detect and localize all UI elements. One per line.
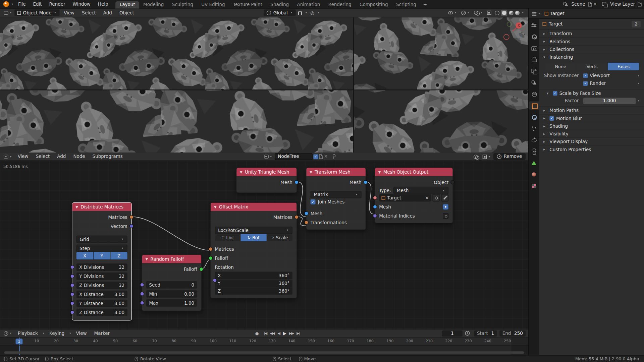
new-scene-button[interactable] [588, 2, 592, 6]
viewport-menu-add[interactable]: Add [100, 8, 115, 17]
axis-x-toggle[interactable]: X [76, 252, 93, 259]
timeline-editor-type-dropdown[interactable] [2, 330, 13, 336]
node-menu-add[interactable]: Add [54, 152, 69, 161]
socket-y-divisions[interactable] [70, 274, 74, 278]
node-offset-matrix[interactable]: Offset Matrix Matrices Loc/Rot/Scale Loc… [210, 202, 297, 299]
node-header[interactable]: Transform Mesh [306, 168, 365, 176]
jump-to-start-button[interactable]: |◀ [264, 331, 267, 335]
scale-by-face-checkbox[interactable] [553, 91, 557, 95]
menu-render[interactable]: Render [46, 0, 69, 8]
transform-orientation-dropdown[interactable]: Global [264, 9, 296, 16]
workspace-tab-modeling[interactable]: Modeling [139, 1, 168, 8]
remove-button[interactable]: Remove [493, 153, 526, 160]
start-frame-field[interactable]: Start1 [474, 330, 497, 336]
socket-transformations-input[interactable] [304, 221, 308, 225]
node-menu-subprograms[interactable]: Subprograms [89, 152, 126, 161]
axis-z-toggle[interactable]: Z [111, 252, 127, 259]
animate-dot-icon[interactable] [638, 83, 639, 84]
fake-user-checkbox[interactable] [313, 154, 318, 159]
gizmos-dropdown[interactable] [460, 9, 472, 16]
socket-x-distance[interactable] [70, 292, 74, 296]
auto-keyframe-toggle[interactable]: ● [255, 331, 258, 336]
parent-node-tree-button[interactable] [472, 153, 480, 160]
socket-matrices-input[interactable] [209, 247, 213, 251]
tab-object[interactable] [529, 101, 539, 109]
outliner-item-target[interactable]: Target [545, 11, 565, 16]
snap-toggle[interactable] [297, 9, 304, 16]
socket-mesh-input[interactable] [304, 212, 308, 216]
socket-falloff-input[interactable] [209, 256, 213, 260]
node-mesh-object-output[interactable]: Mesh Object Output Object Type:Mesh Targ… [375, 168, 453, 224]
workspace-tab-compositing[interactable]: Compositing [356, 1, 392, 8]
tab-particles[interactable] [529, 124, 539, 132]
shading-solid-button[interactable] [501, 10, 507, 16]
collapse-icon[interactable] [214, 205, 217, 209]
collapse-icon[interactable] [145, 257, 148, 261]
timeline-scrollbar[interactable] [4, 351, 524, 354]
pin-icon[interactable] [332, 154, 335, 159]
tab-scene[interactable] [529, 78, 539, 86]
mode-dropdown[interactable]: Object Mode [14, 9, 60, 16]
node-random-falloff[interactable]: Random Falloff Falloff Seed0 Min0.00 Max… [142, 254, 202, 311]
node-menu-view[interactable]: View [14, 152, 32, 161]
workspace-tab-scripting[interactable]: Scripting [392, 1, 420, 8]
next-keyframe-button[interactable]: ▶▶ [289, 331, 294, 335]
tab-output[interactable] [529, 55, 539, 63]
socket-mesh-input[interactable] [373, 205, 377, 209]
offset-mode-dropdown[interactable]: Loc/Rot/Scale [215, 227, 292, 234]
viewport-3d-scene[interactable] [0, 17, 528, 153]
properties-editor-type-dropdown[interactable] [529, 21, 539, 29]
type-dropdown[interactable]: Mesh [393, 187, 448, 194]
viewport-menu-view[interactable]: View [60, 8, 78, 17]
node-header[interactable]: Unity Triangle Mesh [236, 168, 297, 176]
panel-instancing[interactable]: Instancing [539, 53, 644, 61]
collapse-icon[interactable] [75, 205, 78, 209]
outliner-editor-type-dropdown[interactable] [531, 11, 542, 16]
node-unity-triangle-mesh[interactable]: Unity Triangle Mesh Mesh [236, 168, 297, 193]
socket-min[interactable] [140, 292, 144, 296]
users-count-badge[interactable]: 2 [632, 21, 641, 27]
distribution-mode-dropdown[interactable]: Grid [76, 236, 127, 243]
workspace-tab-texture-paint[interactable]: Texture Paint [229, 1, 266, 8]
end-frame-field[interactable]: End250 [499, 330, 526, 336]
socket-mesh-output[interactable] [294, 180, 299, 184]
timeline-track-area[interactable] [0, 346, 528, 355]
overlays-dropdown[interactable] [472, 9, 485, 16]
tab-modifiers[interactable] [529, 113, 539, 121]
collapse-icon[interactable] [240, 170, 243, 174]
scale-button[interactable]: Scale [267, 234, 292, 241]
axis-y-toggle[interactable]: Y [94, 252, 110, 259]
panel-motion-paths[interactable]: Motion Paths [539, 106, 644, 114]
node-header[interactable]: Random Falloff [142, 255, 201, 263]
unlink-node-tree-button[interactable] [323, 154, 328, 159]
workspace-tab-shading[interactable]: Shading [266, 1, 293, 8]
socket-rotation-vector[interactable] [213, 278, 217, 282]
play-button[interactable]: ▶ [283, 330, 286, 336]
workspace-tab-layout[interactable]: Layout [116, 1, 139, 8]
node-menu-node[interactable]: Node [70, 152, 89, 161]
material-indices-toggle[interactable] [443, 213, 448, 219]
mesh-socket-toggle[interactable] [443, 204, 448, 210]
panel-collections[interactable]: Collections [539, 45, 644, 53]
workspace-tab-animation[interactable]: Animation [293, 1, 324, 8]
timeline-menu-view[interactable]: View [73, 329, 90, 338]
collapse-icon[interactable] [378, 170, 381, 174]
panel-custom-properties[interactable]: Custom Properties [539, 145, 644, 153]
snap-dropdown[interactable] [305, 11, 308, 14]
tab-render[interactable] [529, 44, 539, 52]
menu-help[interactable]: Help [95, 0, 111, 8]
node-transform-mesh[interactable]: Transform Mesh Mesh Matrix Join Meshes M… [306, 168, 366, 230]
clear-object-button[interactable] [425, 195, 429, 200]
shading-rendered-button[interactable] [515, 10, 519, 15]
socket-matrices-output[interactable] [294, 215, 299, 219]
socket-max[interactable] [140, 301, 144, 305]
timeline-menu-marker[interactable]: Marker [91, 329, 113, 338]
rotation-y-field[interactable]: Y360° [215, 280, 292, 287]
min-field[interactable]: Min0.00 [146, 290, 197, 298]
proportional-edit-toggle[interactable] [309, 9, 316, 16]
tab-view-layer[interactable] [529, 67, 539, 75]
menu-file[interactable]: File [15, 0, 29, 8]
y-divisions-field[interactable]: Y Divisions32 [76, 273, 127, 280]
rot-button[interactable]: Rot [241, 234, 266, 241]
breadcrumb-object[interactable]: Target [549, 21, 563, 27]
